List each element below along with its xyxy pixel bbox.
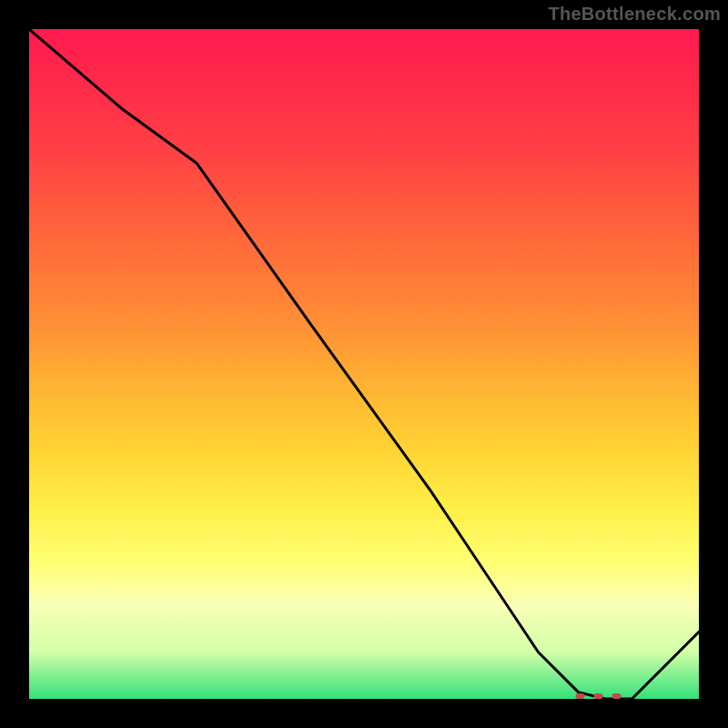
plot-overlay (29, 29, 699, 699)
chart-canvas: TheBottleneck.com (0, 0, 728, 728)
watermark-label: TheBottleneck.com (548, 4, 721, 25)
plot-outer-frame (29, 29, 699, 699)
bottleneck-curve (29, 29, 699, 699)
